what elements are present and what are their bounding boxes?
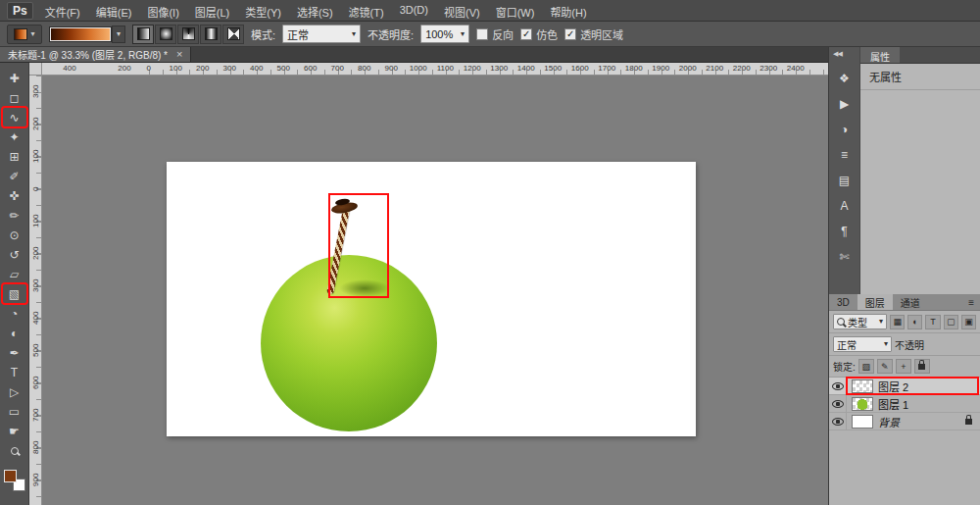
menu-item[interactable]: 窗口(W) <box>488 0 543 21</box>
clone-stamp-tool[interactable]: ⊙ <box>3 226 26 244</box>
reverse-checkbox[interactable] <box>476 28 488 40</box>
panel-menu-icon[interactable]: ≡ <box>962 294 980 310</box>
eyedropper-tool[interactable]: ✐ <box>3 167 26 185</box>
filter-smart-objects-icon[interactable]: ▣ <box>961 315 976 329</box>
menu-item[interactable]: 图像(I) <box>139 0 186 21</box>
info-panel-icon[interactable]: ▤ <box>834 171 856 190</box>
diamond-gradient-button[interactable] <box>222 25 244 44</box>
layer-thumbnail[interactable] <box>852 415 873 429</box>
close-tab-icon[interactable]: × <box>176 49 182 60</box>
visibility-toggle[interactable] <box>829 413 847 429</box>
layer-row-background[interactable]: 背景 <box>829 413 980 430</box>
move-tool[interactable]: ✚ <box>3 69 26 87</box>
eraser-tool[interactable]: ▱ <box>3 265 26 283</box>
paragraph-panel-icon[interactable]: ¶ <box>834 222 856 241</box>
filter-adjustment-layers-icon[interactable]: ◐ <box>907 315 922 329</box>
clone-stamp-tool-icon: ⊙ <box>9 228 19 242</box>
layer-filter-select[interactable]: 类型 ▾ <box>833 314 887 329</box>
character-panel-icon[interactable]: A <box>834 196 856 216</box>
visibility-toggle[interactable] <box>829 378 847 394</box>
angle-gradient-button[interactable] <box>177 25 199 44</box>
menu-item[interactable]: 3D(D) <box>392 0 436 21</box>
dither-checkbox[interactable]: ✓ <box>520 28 532 40</box>
color-swatches[interactable] <box>4 470 25 491</box>
linear-gradient-button[interactable] <box>132 25 154 44</box>
foreground-color-swatch[interactable] <box>4 470 17 482</box>
path-select-tool[interactable]: ▷ <box>3 382 26 401</box>
tab-channels[interactable]: 通道 <box>893 294 928 310</box>
gradient-picker-arrow[interactable]: ▾ <box>112 25 125 43</box>
healing-brush-tool[interactable]: ✜ <box>3 186 26 205</box>
properties-panel: 属性 无属性 <box>860 47 980 294</box>
visibility-toggle[interactable] <box>829 395 847 412</box>
ruler-label: 600 <box>29 367 41 399</box>
layer-blend-mode-select[interactable]: 正常 ▾ <box>833 336 892 352</box>
tab-properties[interactable]: 属性 <box>860 47 900 63</box>
filter-pixel-layers-icon[interactable]: ▦ <box>890 315 905 329</box>
shape-tool[interactable]: ▭ <box>3 402 26 421</box>
ruler-corner[interactable] <box>29 63 42 76</box>
marquee-tool[interactable]: ◻ <box>3 88 26 107</box>
ruler-label: 300 <box>29 270 41 302</box>
hand-tool[interactable]: ☛ <box>3 422 26 440</box>
ruler-label: 0 <box>135 63 163 74</box>
history-brush-tool[interactable]: ↺ <box>3 245 26 264</box>
layer-name[interactable]: 图层 2 <box>878 379 908 394</box>
menu-item[interactable]: 类型(Y) <box>237 0 289 21</box>
menu-item[interactable]: 编辑(E) <box>88 0 140 21</box>
type-tool[interactable]: T <box>3 363 26 381</box>
scissors-panel-icon[interactable]: ✄ <box>834 247 856 267</box>
pasteboard[interactable] <box>42 76 828 505</box>
gradient-picker[interactable]: ▾ <box>49 25 125 44</box>
blur-tool[interactable]: ◔ <box>3 304 26 323</box>
menu-item[interactable]: 选择(S) <box>289 0 341 21</box>
layer-name[interactable]: 背景 <box>878 414 900 429</box>
document-canvas[interactable] <box>167 162 696 436</box>
crop-tool[interactable]: ⊞ <box>3 147 26 166</box>
menu-item[interactable]: 图层(L) <box>187 0 237 21</box>
horizontal-ruler[interactable]: 400200 010020030040050060070080090010001… <box>42 63 828 76</box>
radial-gradient-button[interactable] <box>155 25 176 44</box>
lock-all-icon[interactable] <box>914 359 930 374</box>
styles-panel-icon[interactable]: ≡ <box>834 145 856 165</box>
magic-wand-tool[interactable]: ✦ <box>3 127 26 146</box>
filter-type-layers-icon[interactable]: T <box>925 315 940 329</box>
layer-filter-row: 类型 ▾ ▦ ◐ T ▢ ▣ <box>829 311 980 333</box>
swatches-panel-icon[interactable]: ❖ <box>834 69 856 88</box>
document-tab[interactable]: 未标题-1 @ 33.3% (图层 2, RGB/8) * × <box>0 47 191 62</box>
layer-row-2[interactable]: 图层 2 <box>829 378 980 395</box>
no-properties-text: 无属性 <box>860 64 980 90</box>
transparency-checkbox[interactable]: ✓ <box>564 28 576 40</box>
blend-mode-select[interactable]: 正常 ▾ <box>282 25 361 43</box>
tab-3d[interactable]: 3D <box>829 294 858 310</box>
menu-item[interactable]: 帮助(H) <box>542 0 594 21</box>
vertical-ruler[interactable]: 3002001000100200300400500600700800900 <box>29 76 42 505</box>
lock-image-pixels-icon[interactable]: ✎ <box>877 359 893 374</box>
menu-item[interactable]: 文件(F) <box>37 0 88 21</box>
tool-preset-picker[interactable]: ▾ <box>7 25 42 44</box>
gradient-tool[interactable]: ▧ <box>3 284 26 303</box>
menu-item[interactable]: 滤镜(T) <box>341 0 392 21</box>
layer-thumbnail[interactable] <box>852 379 873 393</box>
layer-row-1[interactable]: 图层 1 <box>829 395 980 413</box>
adjustments-panel-icon[interactable]: ◑ <box>834 120 856 139</box>
brush-tool[interactable]: ✏ <box>3 206 26 225</box>
gradient-preview[interactable] <box>49 26 112 42</box>
reflected-gradient-button[interactable] <box>200 25 221 44</box>
ruler-label: 2200 <box>728 63 756 74</box>
collapse-dock-button[interactable]: ◀◀ <box>829 47 859 61</box>
actions-panel-icon[interactable]: ▶ <box>834 94 856 114</box>
lock-transparent-pixels-icon[interactable]: ▨ <box>858 359 874 374</box>
lasso-tool[interactable]: ∿ <box>3 108 26 126</box>
layer-thumbnail[interactable] <box>852 397 873 411</box>
chevron-down-icon: ▾ <box>884 340 888 348</box>
pen-tool[interactable]: ✒ <box>3 343 26 362</box>
filter-shape-layers-icon[interactable]: ▢ <box>944 315 958 329</box>
zoom-tool[interactable] <box>3 441 26 460</box>
tab-layers[interactable]: 图层 <box>858 294 893 310</box>
dodge-tool[interactable]: ◐ <box>3 324 26 342</box>
opacity-select[interactable]: 100% ▾ <box>420 25 469 43</box>
layer-name[interactable]: 图层 1 <box>878 396 908 412</box>
lock-position-icon[interactable]: + <box>896 359 911 374</box>
menu-item[interactable]: 视图(V) <box>436 0 488 21</box>
